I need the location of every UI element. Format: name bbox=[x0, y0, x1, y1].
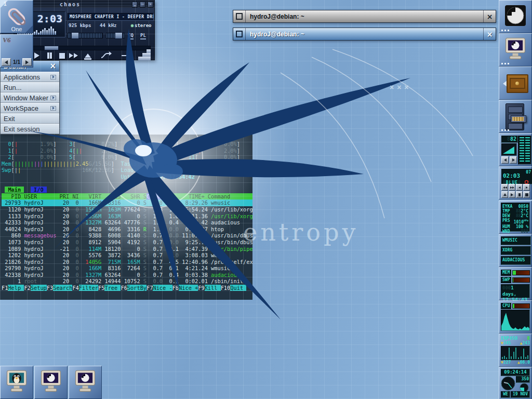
wmusic-forward-button[interactable] bbox=[523, 184, 530, 191]
swap-meter-bar bbox=[512, 277, 530, 283]
weather-obs-time: 0850 bbox=[518, 204, 528, 209]
clock-weekday: WE bbox=[501, 391, 510, 398]
appicon-terminal-1[interactable] bbox=[34, 366, 68, 399]
mixer-next-channel-button[interactable] bbox=[510, 156, 517, 164]
weather-humidity: 100 % bbox=[516, 224, 528, 229]
terminal-1-title: hydroJ@debian: ~ bbox=[246, 10, 483, 22]
terminal-2-iconify-button[interactable] bbox=[233, 28, 246, 40]
wmusic-track-number: 07 bbox=[526, 170, 531, 175]
terminal-window-1-titlebar[interactable]: hydroJ@debian: ~ × bbox=[233, 10, 496, 23]
mem-meter-bar bbox=[512, 270, 530, 275]
terminal-1-iconify-button[interactable] bbox=[233, 10, 246, 22]
mixer-volume-ramp[interactable] bbox=[501, 143, 517, 156]
network-tx-total: ▲66.0 bbox=[517, 360, 530, 365]
mixer-level-meters[interactable] bbox=[518, 136, 531, 165]
terminal-1-close-button[interactable]: × bbox=[483, 10, 496, 22]
wmtop-process-2: XORG bbox=[501, 246, 531, 255]
weather-pressure: 1010 bbox=[514, 220, 524, 224]
workspace-name: One bbox=[1, 26, 33, 32]
dock-tile-wmusic[interactable]: 02:03 07 8BLUE8 bbox=[499, 166, 532, 200]
analog-clock-icon bbox=[501, 376, 515, 391]
running-indicator-dots bbox=[501, 129, 509, 131]
dock-tile-drawer[interactable] bbox=[499, 66, 532, 100]
wallpaper-splash-art bbox=[0, 0, 532, 399]
dock-tile-file-cabinet[interactable] bbox=[499, 100, 532, 133]
weather-dewpoint: 2°C bbox=[521, 214, 528, 218]
mixer-prev-channel-button[interactable] bbox=[501, 156, 509, 164]
desktop: entropy ××× 1 One V6 1/1 chaos ▁ ▭ × bbox=[0, 0, 532, 399]
wmusic-rewind-button[interactable] bbox=[516, 184, 523, 191]
network-tx-rate: ▲243 bbox=[520, 341, 530, 345]
network-rx-total: ▼227 bbox=[501, 360, 511, 365]
weather-station: EYKA bbox=[502, 204, 512, 209]
pager-label: 1/1 bbox=[13, 59, 20, 65]
dock-tile-weather[interactable]: EYKA0850 TMP882°C DEW882°C PRS1010hPa HU… bbox=[499, 201, 532, 234]
wmusic-prev-button[interactable] bbox=[501, 184, 508, 191]
dock-tile-wmnd[interactable]: ENP4S0 8 ▼345 ▲243 ▼227 ▲66.0 bbox=[499, 334, 532, 367]
workspace-clip[interactable]: 1 One bbox=[0, 0, 33, 33]
mem-meter-label: MEM bbox=[501, 270, 511, 276]
network-interface-name[interactable]: ENP4S0 bbox=[501, 336, 518, 341]
dock-tile-wmtop[interactable]: WMUSIC XORG AUDACIOUS bbox=[499, 234, 532, 267]
wmusic-time: 02:03 bbox=[503, 172, 520, 179]
wmusic-pause-button[interactable] bbox=[516, 191, 523, 198]
wmusic-eject-button[interactable] bbox=[501, 191, 508, 198]
weather-lcd: EYKA0850 TMP882°C DEW882°C PRS1010hPa HU… bbox=[501, 203, 530, 232]
dock-tile-cpuload[interactable]: CPU bbox=[499, 300, 532, 334]
cpu-meter-label: CPU bbox=[501, 303, 511, 309]
wallpaper-watermark-text: entropy bbox=[243, 218, 358, 246]
weather-wind: 888 bbox=[521, 229, 528, 234]
monitor-icon bbox=[504, 37, 527, 63]
drawer-arrow-icon[interactable] bbox=[500, 81, 507, 87]
wmusic-lcd: 02:03 07 8BLUE8 bbox=[501, 169, 532, 184]
wmusic-play-button[interactable] bbox=[509, 191, 515, 198]
dock-tile-clock[interactable]: 09:24:14 350 WE 19 NOV bbox=[499, 367, 532, 399]
monitor-icon bbox=[74, 369, 97, 395]
wmusic-next-button[interactable] bbox=[509, 184, 515, 191]
network-flag: 8 bbox=[527, 336, 530, 341]
clock-date: 19 NOV bbox=[511, 391, 530, 398]
wmtop-process-1: WMUSIC bbox=[501, 236, 531, 245]
pager-prev-button[interactable] bbox=[2, 58, 11, 66]
window-maker-logo-icon bbox=[504, 5, 526, 26]
wallpaper-xxx-marks: ××× bbox=[390, 83, 412, 91]
monitor-tux-icon bbox=[5, 369, 28, 395]
dock-tile-terminal[interactable] bbox=[499, 33, 532, 66]
terminal-window-2-titlebar[interactable]: hydroJ@debian: ~ × bbox=[233, 28, 496, 41]
level-meter-right bbox=[525, 137, 530, 163]
terminal-2-title: hydroJ@debian: ~ bbox=[246, 28, 483, 40]
dock-tile-memload[interactable]: MEM SWP 0001 days, 17:54:43 bbox=[499, 267, 532, 300]
uptime-lcd: 0001 days, 17:54:43 bbox=[501, 284, 530, 298]
drawer-icon bbox=[507, 74, 528, 93]
dock-tile-wmaker[interactable] bbox=[499, 0, 532, 33]
swap-meter-label: SWP bbox=[501, 277, 511, 283]
cpu-history-graph bbox=[501, 310, 530, 331]
paperclip-icon bbox=[5, 5, 29, 29]
wmtop-process-3: AUDACIOUS bbox=[501, 256, 531, 265]
appicon-terminal-tux[interactable] bbox=[0, 366, 33, 399]
terminal-2-close-button[interactable]: × bbox=[483, 28, 496, 40]
dock-tile-mixer[interactable]: 882 bbox=[499, 133, 532, 166]
network-traffic-graph bbox=[501, 346, 530, 361]
volume-ramp-icon bbox=[503, 147, 514, 154]
monitor-icon bbox=[39, 369, 62, 395]
pager-appicon[interactable]: V6 1/1 bbox=[0, 34, 33, 68]
clock-digital-time: 09:24:14 bbox=[501, 369, 530, 376]
wmusic-stop-button[interactable] bbox=[523, 191, 530, 198]
running-indicator-dots bbox=[501, 30, 509, 31]
app-logo: V6 bbox=[3, 36, 10, 44]
running-indicator-dots bbox=[501, 63, 509, 64]
clock-counter: 350 bbox=[516, 376, 530, 383]
cpu-meter-bar bbox=[512, 303, 530, 309]
level-meter-left bbox=[519, 137, 525, 163]
pager-next-button[interactable] bbox=[22, 58, 32, 66]
weather-temperature: 2°C bbox=[521, 209, 528, 214]
mixer-volume-value: 882 bbox=[501, 136, 518, 143]
appicon-terminal-2[interactable] bbox=[69, 366, 102, 399]
file-cabinet-icon bbox=[506, 103, 524, 130]
network-rx-rate: ▼345 bbox=[501, 341, 511, 345]
